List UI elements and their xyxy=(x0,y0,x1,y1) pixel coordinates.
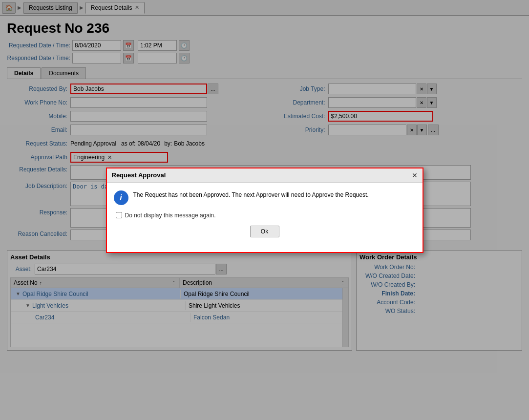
do-not-display-label: Do not display this message again. xyxy=(125,212,216,219)
ok-button[interactable]: Ok xyxy=(250,226,279,237)
modal-message-text: The Request has not been Approved. The n… xyxy=(133,190,416,199)
modal-overlay: Request Approval ✕ i The Request has not… xyxy=(0,0,529,420)
modal-close-icon[interactable]: ✕ xyxy=(412,171,418,179)
modal-footer: Ok xyxy=(114,226,416,244)
request-approval-dialog: Request Approval ✕ i The Request has not… xyxy=(106,168,423,253)
modal-title-bar: Request Approval ✕ xyxy=(107,168,423,183)
modal-checkbox-row: Do not display this message again. xyxy=(114,212,416,219)
info-icon: i xyxy=(114,190,128,205)
modal-title: Request Approval xyxy=(112,171,166,179)
modal-body: i The Request has not been Approved. The… xyxy=(107,183,423,252)
modal-message-row: i The Request has not been Approved. The… xyxy=(114,190,416,205)
do-not-display-checkbox[interactable] xyxy=(116,212,122,218)
